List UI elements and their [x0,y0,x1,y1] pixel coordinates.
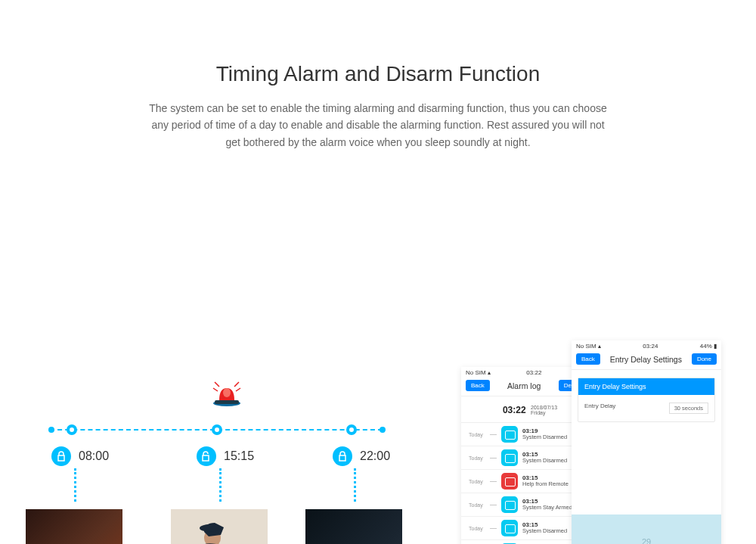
log-event: System Disarmed [522,434,567,440]
status-carrier: No SIM ▴ [466,369,491,376]
log-status-icon [501,520,518,536]
wifi-icon: ▴ [488,369,491,376]
svg-point-10 [200,524,221,532]
log-event: System Stay Armed [522,505,572,511]
svg-point-2 [223,388,231,397]
log-event: Help from Remote [522,481,569,487]
timeline-node-dot [212,424,222,435]
log-status-icon [501,473,518,490]
log-today-label: Today [469,526,490,531]
lock-closed-icon [51,446,71,466]
log-status-icon [501,449,518,466]
svg-line-5 [236,388,240,391]
svg-line-4 [215,382,219,387]
dotted-connector [74,468,76,502]
time-node-3: 22:00 [333,446,390,466]
status-time: 03:22 [526,369,541,376]
log-today-label: Today [469,479,490,484]
collapse-icon: — [490,524,497,532]
collapse-icon: — [490,431,497,438]
done-button[interactable]: Done [692,353,717,365]
svg-line-3 [213,388,218,391]
log-today-label: Today [469,502,490,508]
page-title: Timing Alarm and Disarm Function [0,62,756,86]
log-today-label: Today [469,432,490,437]
log-header-day: Friday [531,410,545,415]
log-status-icon [501,496,518,513]
back-button[interactable]: Back [466,380,490,391]
collapse-icon: — [490,501,497,508]
status-carrier: No SIM ▴ [576,343,601,350]
collapse-icon: — [490,454,497,462]
subtitle-line-1: The system can be set to enable the timi… [149,102,606,114]
time-label-2: 15:15 [224,449,254,463]
timeline-node-dot [67,424,77,435]
log-event: System Disarmed [522,458,567,464]
log-header-time: 03:22 [503,405,526,415]
phone-screenshot-entry-delay: No SIM ▴ 03:24 44% ▮ Back Entry Delay Se… [572,340,721,544]
dotted-connector [219,468,222,502]
subtitle-line-3: get bothered by the alarm voice when you… [225,136,530,148]
time-label-1: 08:00 [79,449,109,463]
timeline-node-dot [346,424,357,435]
scene-image-indoor [26,509,122,544]
log-today-label: Today [469,455,490,461]
wifi-icon: ▴ [598,343,601,350]
entry-delay-label: Entry Delay [584,403,615,414]
log-header-date: 2018/07/13 [531,405,557,410]
picker-option-prev[interactable]: 29 [642,534,651,544]
svg-line-6 [234,382,239,387]
lock-open-icon [197,446,216,466]
time-node-1: 08:00 [51,446,109,466]
card-header: Entry Delay Settings [578,378,714,395]
collapse-icon: — [490,477,497,485]
scene-image-delivery [171,509,268,544]
svg-rect-1 [215,400,239,404]
timeline-end-dot [48,427,54,433]
entry-delay-select[interactable]: 30 seconds [669,403,708,414]
nav-title: Alarm log [507,381,541,390]
back-button[interactable]: Back [576,353,600,365]
status-battery: 44% ▮ [700,343,717,350]
alarm-siren-icon [212,378,242,411]
log-status-icon [501,426,518,443]
dotted-connector [354,468,356,502]
timeline-end-dot [380,427,386,433]
entry-delay-card: Entry Delay Settings Entry Delay 30 seco… [578,378,715,422]
status-time: 03:24 [643,343,658,350]
time-picker[interactable]: 29 30seconds 31 [572,514,721,544]
page-subtitle: The system can be set to enable the timi… [0,100,756,151]
time-label-3: 22:00 [360,449,390,463]
subtitle-line-2: any period of time of a day to enable an… [151,119,604,131]
log-event: System Disarmed [522,528,567,534]
time-node-2: 15:15 [197,446,254,466]
scene-image-night [305,509,402,544]
lock-closed-icon [333,446,352,466]
nav-title: Entry Delay Settings [610,355,682,364]
